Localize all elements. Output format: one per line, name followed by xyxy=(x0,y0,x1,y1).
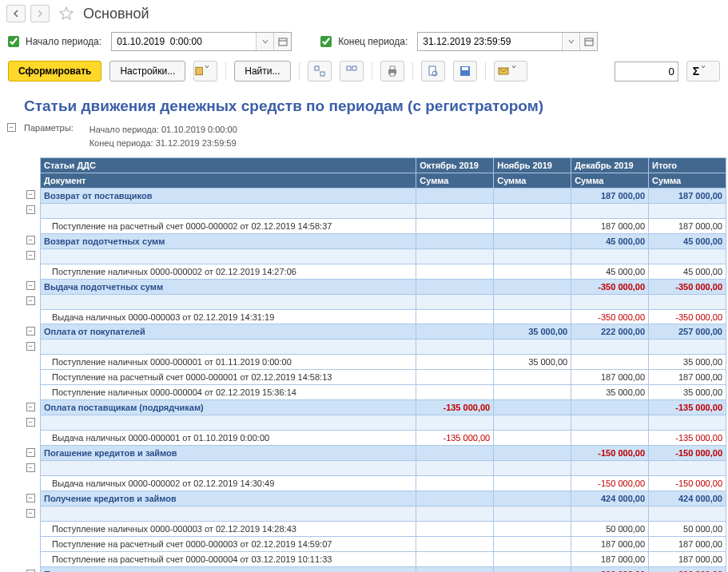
tree-collapse-button[interactable]: − xyxy=(26,281,35,290)
table-row[interactable]: Поступление наличных 0000-000002 от 02.1… xyxy=(41,264,726,279)
row-name xyxy=(41,294,416,309)
end-dropdown-button[interactable] xyxy=(562,33,579,50)
end-period-checkbox[interactable] xyxy=(320,36,332,47)
table-row[interactable]: Возврат от поставщиков187 000,00187 000,… xyxy=(41,188,726,203)
row-value xyxy=(494,279,571,294)
tree-collapse-button[interactable]: − xyxy=(26,463,35,472)
table-row[interactable]: Поступление на расчетный счет 0000-00000… xyxy=(41,551,726,566)
table-row[interactable] xyxy=(41,340,726,355)
tree-collapse-button[interactable]: − xyxy=(26,296,35,305)
row-value: 187 000,00 xyxy=(649,551,726,566)
row-name: Выдача наличных 0000-000002 от 02.12.201… xyxy=(41,476,416,491)
row-name: Оплата поставщикам (подрядчикам) xyxy=(41,400,416,415)
tree-collapse-button[interactable]: − xyxy=(26,448,35,457)
tree-collapse-button[interactable]: − xyxy=(26,494,35,502)
column-header: Октябрь 2019 xyxy=(416,158,494,173)
row-value xyxy=(416,279,494,294)
find-button[interactable]: Найти... xyxy=(234,61,290,81)
row-value xyxy=(494,400,571,415)
table-row[interactable] xyxy=(41,248,726,264)
table-row[interactable]: Поступление на расчетный счет 0000-00000… xyxy=(41,218,726,233)
row-value xyxy=(416,309,494,324)
generate-button[interactable]: Сформировать xyxy=(8,61,101,81)
row-value xyxy=(494,188,571,203)
table-row[interactable]: Оплата от покупателей35 000,00222 000,00… xyxy=(41,324,726,340)
row-value: 50 000,00 xyxy=(649,521,726,536)
row-value: 187 000,00 xyxy=(571,370,649,385)
variants-button[interactable] xyxy=(193,61,217,81)
start-period-checkbox[interactable] xyxy=(8,36,19,47)
table-row[interactable]: Поступление наличных 0000-000001 от 01.1… xyxy=(41,355,726,370)
row-value xyxy=(494,370,571,385)
row-value: -300 000,00 xyxy=(649,566,726,572)
tree-collapse-button[interactable]: − xyxy=(26,327,35,336)
row-value: 187 000,00 xyxy=(571,218,649,233)
table-row[interactable] xyxy=(41,506,726,521)
table-row[interactable]: Оплата поставщикам (подрядчикам)-135 000… xyxy=(41,400,726,415)
svg-rect-6 xyxy=(320,72,324,76)
row-value: -150 000,00 xyxy=(649,476,726,491)
row-name xyxy=(41,506,416,521)
tree-collapse-button[interactable]: − xyxy=(26,403,35,411)
row-value xyxy=(416,188,494,203)
row-name: Поступление наличных 0000-000003 от 02.1… xyxy=(41,521,416,536)
tree-collapse-button[interactable]: − xyxy=(26,251,35,260)
table-row[interactable] xyxy=(41,415,726,431)
svg-rect-11 xyxy=(390,73,395,76)
svg-rect-15 xyxy=(462,67,468,70)
table-row[interactable]: Поступление наличных 0000-000004 от 02.1… xyxy=(41,385,726,400)
collapse-all-button[interactable] xyxy=(340,61,364,81)
sigma-button[interactable]: Σ xyxy=(686,61,720,81)
row-value xyxy=(416,233,494,248)
tree-collapse-button[interactable]: − xyxy=(26,205,35,214)
email-button[interactable] xyxy=(494,61,527,81)
row-name: Поступление наличных 0000-000001 от 01.1… xyxy=(41,355,416,370)
forward-button[interactable] xyxy=(30,5,50,22)
table-row[interactable]: Прочие расходы-300 000,00-300 000,00 xyxy=(41,566,726,572)
expand-all-button[interactable] xyxy=(308,61,332,81)
column-header: Сумма xyxy=(649,173,726,188)
row-value xyxy=(649,248,726,264)
tree-collapse-button[interactable]: − xyxy=(26,190,35,199)
level-input[interactable] xyxy=(615,62,678,81)
table-row[interactable]: Поступление на расчетный счет 0000-00000… xyxy=(41,370,726,385)
page-title: Основной xyxy=(83,6,149,22)
table-row[interactable]: Выдача наличных 0000-000002 от 02.12.201… xyxy=(41,476,726,491)
table-row[interactable] xyxy=(41,203,726,218)
back-button[interactable] xyxy=(6,5,26,22)
table-row[interactable] xyxy=(41,461,726,476)
table-row[interactable]: Возврат подотчетных сумм45 000,0045 000,… xyxy=(41,233,726,248)
start-period-input[interactable] xyxy=(112,33,256,50)
table-row[interactable]: Поступление наличных 0000-000003 от 02.1… xyxy=(41,521,726,536)
start-dropdown-button[interactable] xyxy=(256,33,273,50)
row-value: -150 000,00 xyxy=(571,476,649,491)
preview-button[interactable] xyxy=(421,61,445,81)
table-row[interactable]: Выдача наличных 0000-000003 от 02.12.201… xyxy=(41,309,726,324)
table-row[interactable]: Выдача наличных 0000-000001 от 01.10.201… xyxy=(41,431,726,446)
print-button[interactable] xyxy=(380,61,404,81)
save-button[interactable] xyxy=(453,61,477,81)
tree-collapse-button[interactable]: − xyxy=(26,509,35,518)
tree-collapse-button[interactable]: − xyxy=(26,342,35,351)
column-header: Ноябрь 2019 xyxy=(494,158,571,173)
table-row[interactable] xyxy=(41,294,726,309)
end-period-input[interactable] xyxy=(418,33,562,50)
star-icon[interactable] xyxy=(59,6,74,21)
end-calendar-button[interactable] xyxy=(579,33,597,50)
row-value: -135 000,00 xyxy=(649,400,726,415)
table-row[interactable]: Выдача подотчетных сумм-350 000,00-350 0… xyxy=(41,279,726,294)
tree-collapse-button[interactable]: − xyxy=(26,418,35,427)
tree-collapse-button[interactable]: − xyxy=(26,236,35,244)
table-row[interactable]: Погашение кредитов и займов-150 000,00-1… xyxy=(41,446,726,461)
start-calendar-button[interactable] xyxy=(273,33,291,50)
row-value xyxy=(494,491,571,506)
settings-button[interactable]: Настройки... xyxy=(109,61,185,81)
row-value: 222 000,00 xyxy=(571,324,649,340)
row-value: 45 000,00 xyxy=(571,264,649,279)
table-row[interactable]: Поступление на расчетный счет 0000-00000… xyxy=(41,536,726,551)
row-value xyxy=(494,218,571,233)
row-name: Поступление наличных 0000-000004 от 02.1… xyxy=(41,385,416,400)
table-row[interactable]: Получение кредитов и займов424 000,00424… xyxy=(41,491,726,506)
row-value: -150 000,00 xyxy=(649,446,726,461)
tree-collapse-button[interactable]: − xyxy=(7,123,16,132)
